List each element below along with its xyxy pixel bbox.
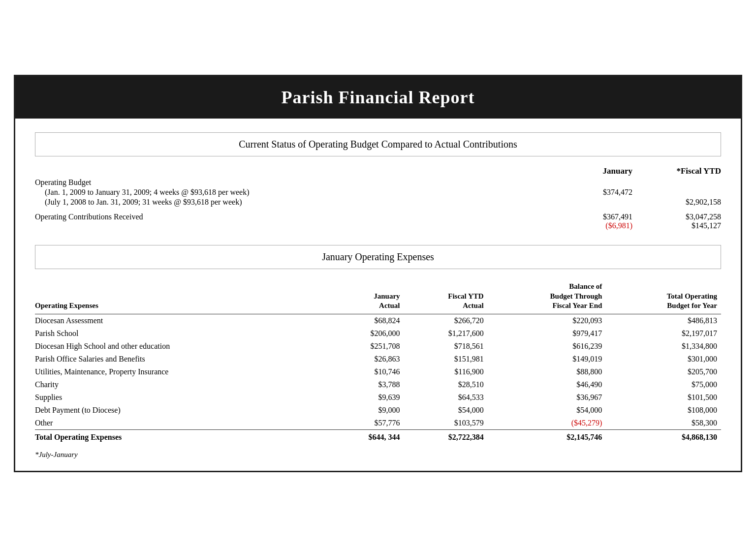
section1-title: Current Status of Operating Budget Compa… — [239, 139, 517, 150]
th-label-text: Operating Expenses — [35, 302, 98, 309]
expense-row-4: Utilities, Maintenance, Property Insuran… — [35, 365, 721, 378]
expense-row-6: Supplies$9,639$64,533$36,967$101,500 — [35, 391, 721, 404]
total-row: Total Operating Expenses $644, 344 $2,72… — [35, 429, 721, 444]
contributions-jan-diff: ($6,981) — [544, 221, 632, 230]
expense-row-7: Debt Payment (to Diocese)$9,000$54,000$5… — [35, 404, 721, 417]
expense-total-8: $58,300 — [606, 417, 721, 430]
expense-row-1: Parish School$206,000$1,217,600$979,417$… — [35, 327, 721, 340]
total-jan: $644, 344 — [329, 429, 404, 444]
expense-total-4: $205,700 — [606, 365, 721, 378]
ob-jan-1: $374,472 — [544, 188, 632, 197]
expense-balance-3: $149,019 — [488, 353, 606, 365]
expense-jan-8: $57,776 — [329, 417, 404, 430]
expense-balance-8: ($45,279) — [488, 417, 606, 430]
ob-col-jan: January — [544, 166, 632, 176]
report-header: Parish Financial Report — [15, 76, 741, 119]
expense-jan-3: $26,863 — [329, 353, 404, 365]
expense-ytd-0: $266,720 — [404, 314, 488, 327]
expenses-header-row: Operating Expenses JanuaryActual Fiscal … — [35, 279, 721, 314]
th-ytd: Fiscal YTDActual — [404, 279, 488, 314]
expense-total-1: $2,197,017 — [606, 327, 721, 340]
ob-label-1: (Jan. 1, 2009 to January 31, 2009; 4 wee… — [35, 188, 544, 197]
expense-ytd-3: $151,981 — [404, 353, 488, 365]
th-total: Total OperatingBudget for Year — [606, 279, 721, 314]
total-ytd: $2,722,384 — [404, 429, 488, 444]
expense-balance-1: $979,417 — [488, 327, 606, 340]
section2-title: January Operating Expenses — [322, 251, 434, 262]
total-label: Total Operating Expenses — [35, 429, 329, 444]
expenses-table: Operating Expenses JanuaryActual Fiscal … — [35, 279, 721, 444]
expense-row-2: Diocesan High School and other education… — [35, 340, 721, 353]
expense-balance-6: $36,967 — [488, 391, 606, 404]
expense-balance-4: $88,800 — [488, 365, 606, 378]
ob-col-label — [35, 166, 544, 176]
expense-row-3: Parish Office Salaries and Benefits$26,8… — [35, 353, 721, 365]
total-total: $4,868,130 — [606, 429, 721, 444]
ob-label-0: Operating Budget — [35, 178, 544, 187]
report-title: Parish Financial Report — [25, 87, 731, 108]
expense-ytd-6: $64,533 — [404, 391, 488, 404]
expense-label-8: Other — [35, 417, 329, 430]
expense-jan-2: $251,708 — [329, 340, 404, 353]
contributions-ytd-diff: $145,127 — [632, 221, 721, 230]
contributions-jan-amount: $367,491 — [544, 213, 632, 221]
expense-label-5: Charity — [35, 378, 329, 391]
ob-col-ytd: *Fiscal YTD — [632, 166, 721, 176]
expense-row-0: Diocesan Assessment$68,824$266,720$220,0… — [35, 314, 721, 327]
ob-label-text-1: (Jan. 1, 2009 to January 31, 2009; 4 wee… — [45, 188, 250, 196]
ob-label-2: (July 1, 2008 to Jan. 31, 2009; 31 weeks… — [35, 198, 544, 207]
ob-row-1: (Jan. 1, 2009 to January 31, 2009; 4 wee… — [35, 188, 721, 197]
contributions-label-text: Operating Contributions Received — [35, 213, 143, 221]
expense-total-3: $301,000 — [606, 353, 721, 365]
expense-jan-4: $10,746 — [329, 365, 404, 378]
expense-ytd-5: $28,510 — [404, 378, 488, 391]
expense-ytd-2: $718,561 — [404, 340, 488, 353]
expense-row-5: Charity$3,788$28,510$46,490$75,000 — [35, 378, 721, 391]
report-body: Current Status of Operating Budget Compa… — [15, 119, 741, 471]
expense-balance-5: $46,490 — [488, 378, 606, 391]
footer-note: *July-January — [35, 451, 721, 459]
expense-total-0: $486,813 — [606, 314, 721, 327]
expense-jan-1: $206,000 — [329, 327, 404, 340]
expense-balance-7: $54,000 — [488, 404, 606, 417]
expense-label-6: Supplies — [35, 391, 329, 404]
operating-budget-section: Current Status of Operating Budget Compa… — [35, 132, 721, 230]
expense-label-0: Diocesan Assessment — [35, 314, 329, 327]
contributions-ytd-amount: $3,047,258 — [632, 213, 721, 221]
section1-title-box: Current Status of Operating Budget Compa… — [35, 132, 721, 156]
contributions-ytd: $3,047,258 $145,127 — [632, 213, 721, 230]
expense-label-3: Parish Office Salaries and Benefits — [35, 353, 329, 365]
ob-ytd-2: $2,902,158 — [632, 198, 721, 207]
section2-title-box: January Operating Expenses — [35, 245, 721, 269]
expense-ytd-4: $116,900 — [404, 365, 488, 378]
th-jan: JanuaryActual — [329, 279, 404, 314]
contributions-row: Operating Contributions Received $367,49… — [35, 213, 721, 230]
contributions-jan: $367,491 ($6,981) — [544, 213, 632, 230]
expense-jan-7: $9,000 — [329, 404, 404, 417]
ob-row-2: (July 1, 2008 to Jan. 31, 2009; 31 weeks… — [35, 198, 721, 207]
expense-total-2: $1,334,800 — [606, 340, 721, 353]
ob-label-text-0: Operating Budget — [35, 178, 91, 186]
expense-row-8: Other$57,776$103,579($45,279)$58,300 — [35, 417, 721, 430]
expense-total-6: $101,500 — [606, 391, 721, 404]
contributions-label: Operating Contributions Received — [35, 213, 544, 221]
expense-label-1: Parish School — [35, 327, 329, 340]
expenses-section: January Operating Expenses Operating Exp… — [35, 245, 721, 459]
total-balance: $2,145,746 — [488, 429, 606, 444]
th-label: Operating Expenses — [35, 279, 329, 314]
th-balance: Balance ofBudget ThroughFiscal Year End — [488, 279, 606, 314]
expense-jan-5: $3,788 — [329, 378, 404, 391]
expense-total-5: $75,000 — [606, 378, 721, 391]
expense-jan-0: $68,824 — [329, 314, 404, 327]
expense-label-4: Utilities, Maintenance, Property Insuran… — [35, 365, 329, 378]
ob-col-headers: January *Fiscal YTD — [35, 166, 721, 176]
expense-balance-0: $220,093 — [488, 314, 606, 327]
report-container: Parish Financial Report Current Status o… — [14, 75, 742, 472]
expense-balance-2: $616,239 — [488, 340, 606, 353]
expense-ytd-1: $1,217,600 — [404, 327, 488, 340]
expense-ytd-8: $103,579 — [404, 417, 488, 430]
ob-label-text-2: (July 1, 2008 to Jan. 31, 2009; 31 weeks… — [45, 198, 242, 206]
expense-label-7: Debt Payment (to Diocese) — [35, 404, 329, 417]
expense-label-2: Diocesan High School and other education — [35, 340, 329, 353]
expense-jan-6: $9,639 — [329, 391, 404, 404]
